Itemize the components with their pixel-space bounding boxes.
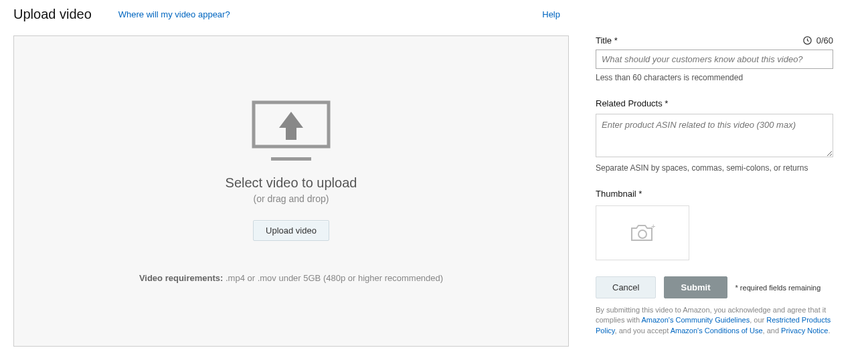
- form-actions: Cancel Submit * required fields remainin…: [596, 276, 833, 298]
- upload-main-text: Select video to upload: [226, 175, 357, 191]
- page-header: Upload video Where will my video appear?…: [13, 7, 855, 22]
- upload-dropzone[interactable]: Select video to upload (or drag and drop…: [13, 35, 569, 347]
- required-fields-note: * required fields remaining: [735, 284, 821, 292]
- clock-icon: [802, 35, 812, 46]
- svg-text:+: +: [651, 223, 655, 230]
- community-guidelines-link[interactable]: Amazon's Community Guidelines: [641, 316, 750, 324]
- cancel-button[interactable]: Cancel: [596, 276, 656, 298]
- upload-monitor-icon: [251, 100, 331, 163]
- video-requirements-text: .mp4 or .mov under 5GB (480p or higher r…: [223, 273, 443, 283]
- page-title: Upload video: [13, 7, 92, 22]
- privacy-notice-link[interactable]: Privacy Notice: [781, 327, 828, 335]
- related-products-input[interactable]: [596, 114, 833, 157]
- video-requirements: Video requirements: .mp4 or .mov under 5…: [139, 273, 443, 283]
- where-appear-link[interactable]: Where will my video appear?: [118, 9, 230, 19]
- submit-button[interactable]: Submit: [664, 276, 727, 298]
- svg-point-3: [638, 230, 646, 238]
- title-input[interactable]: [596, 50, 833, 69]
- upload-sub-text: (or drag and drop): [254, 193, 329, 204]
- video-requirements-label: Video requirements:: [139, 273, 223, 283]
- content: Select video to upload (or drag and drop…: [13, 35, 855, 347]
- title-section: Title * 0/60 Less than 60 characters is …: [596, 35, 833, 82]
- thumbnail-upload-box[interactable]: +: [596, 205, 689, 260]
- form-sidebar: Title * 0/60 Less than 60 characters is …: [596, 35, 833, 347]
- thumbnail-label: Thumbnail *: [596, 189, 833, 199]
- camera-icon: +: [630, 223, 655, 243]
- conditions-of-use-link[interactable]: Amazon's Conditions of Use: [671, 327, 763, 335]
- title-hint: Less than 60 characters is recommended: [596, 73, 833, 82]
- related-section: Related Products * Separate ASIN by spac…: [596, 98, 833, 173]
- related-hint: Separate ASIN by spaces, commas, semi-co…: [596, 163, 833, 173]
- thumbnail-section: Thumbnail * +: [596, 189, 833, 260]
- title-counter: 0/60: [816, 35, 833, 46]
- related-label: Related Products *: [596, 98, 833, 108]
- title-counter-wrap: 0/60: [802, 35, 833, 46]
- svg-rect-1: [271, 157, 311, 161]
- disclaimer-text: By submitting this video to Amazon, you …: [596, 305, 833, 336]
- title-label: Title *: [596, 35, 618, 46]
- upload-video-button[interactable]: Upload video: [253, 220, 329, 241]
- help-link[interactable]: Help: [542, 9, 560, 19]
